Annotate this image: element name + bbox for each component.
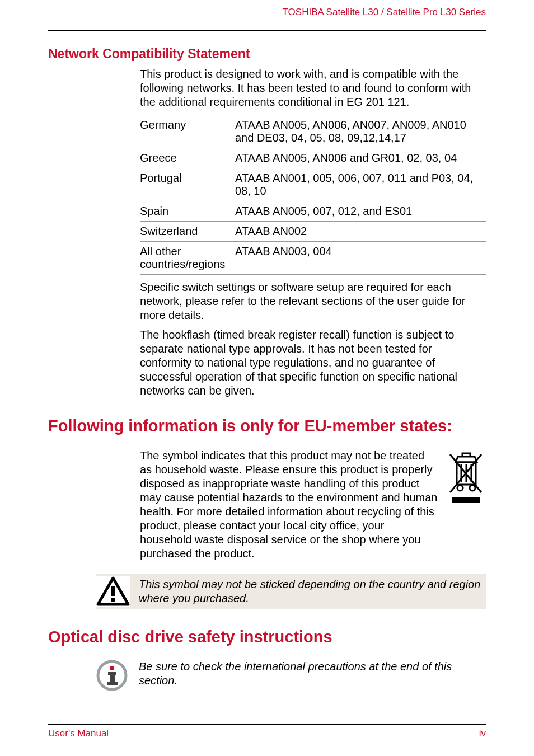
footer-left: User's Manual [48, 728, 109, 739]
header-rule [48, 30, 486, 31]
svg-rect-15 [110, 672, 115, 683]
svg-rect-11 [111, 598, 115, 602]
network-para3: The hookflash (timed break register reca… [140, 328, 486, 398]
eu-para: The symbol indicates that this product m… [140, 449, 439, 561]
svg-rect-8 [452, 497, 480, 503]
caution-text: This symbol may not be sticked depending… [139, 574, 486, 609]
svg-rect-16 [107, 682, 118, 685]
network-intro: This product is designed to work with, a… [140, 67, 486, 109]
info-note: Be sure to check the international preca… [96, 660, 486, 693]
network-compat-heading: Network Compatibility Statement [48, 46, 486, 62]
svg-point-13 [110, 666, 114, 670]
svg-point-5 [470, 485, 475, 491]
country-cell: Greece [140, 148, 235, 168]
svg-point-4 [457, 485, 463, 491]
weee-bin-icon [447, 449, 486, 507]
codes-cell: ATAAB AN005, 007, 012, and ES01 [235, 201, 486, 222]
caution-note: This symbol may not be sticked depending… [96, 574, 486, 609]
table-row: Greece ATAAB AN005, AN006 and GR01, 02, … [140, 148, 486, 168]
network-table: Germany ATAAB AN005, AN006, AN007, AN009… [140, 115, 486, 275]
country-cell: Germany [140, 115, 235, 148]
table-row: Spain ATAAB AN005, 007, 012, and ES01 [140, 201, 486, 222]
country-cell: All other countries/regions [140, 242, 235, 275]
footer-right: iv [479, 728, 486, 739]
country-cell: Spain [140, 201, 235, 222]
header-product-line: TOSHIBA Satellite L30 / Satellite Pro L3… [48, 0, 486, 21]
codes-cell: ATAAB AN002 [235, 222, 486, 242]
page-footer: User's Manual iv [48, 724, 486, 739]
caution-triangle-icon [96, 576, 130, 607]
table-row: Switzerland ATAAB AN002 [140, 222, 486, 242]
country-cell: Portugal [140, 168, 235, 201]
codes-cell: ATAAB AN003, 004 [235, 242, 486, 275]
codes-cell: ATAAB AN005, AN006 and GR01, 02, 03, 04 [235, 148, 486, 168]
table-row: Germany ATAAB AN005, AN006, AN007, AN009… [140, 115, 486, 148]
codes-cell: ATAAB AN005, AN006, AN007, AN009, AN010 … [235, 115, 486, 148]
codes-cell: ATAAB AN001, 005, 006, 007, 011 and P03,… [235, 168, 486, 201]
country-cell: Switzerland [140, 222, 235, 242]
table-row: Portugal ATAAB AN001, 005, 006, 007, 011… [140, 168, 486, 201]
table-row: All other countries/regions ATAAB AN003,… [140, 242, 486, 275]
odd-heading: Optical disc drive safety instructions [48, 628, 486, 646]
eu-heading: Following information is only for EU-mem… [48, 417, 486, 435]
info-icon [96, 660, 130, 693]
svg-rect-10 [111, 586, 115, 596]
info-text: Be sure to check the international preca… [139, 660, 486, 688]
network-para2: Specific switch settings or software set… [140, 280, 486, 322]
